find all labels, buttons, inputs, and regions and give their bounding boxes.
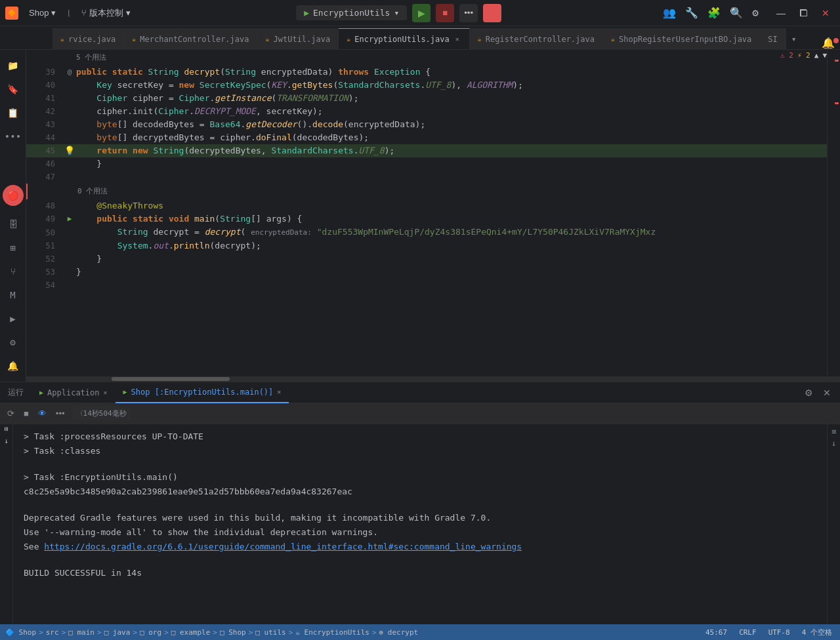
panel-tab-shop-close[interactable]: ✕ bbox=[277, 388, 281, 395]
bc-sep3: > bbox=[97, 628, 102, 637]
run-button[interactable]: ▶ bbox=[412, 4, 430, 22]
sidebar-db-icon[interactable]: 🗄 bbox=[3, 214, 24, 235]
sidebar-bookmark-icon[interactable]: 🔖 bbox=[3, 79, 24, 100]
panel-tab-application-close[interactable]: ✕ bbox=[104, 389, 108, 396]
vcs-chevron: ▾ bbox=[126, 8, 131, 18]
tab-more-button[interactable]: ▾ bbox=[786, 28, 802, 49]
up-arrow[interactable]: ▲ bbox=[814, 51, 819, 60]
gutter-run-49[interactable]: ▶ bbox=[63, 212, 76, 226]
console-more-button[interactable]: ••• bbox=[54, 407, 67, 420]
bc-sep6: > bbox=[213, 628, 217, 637]
stop-indicator[interactable] bbox=[483, 4, 501, 22]
code-44: byte[] decryptedBytes = cipher.doFinal(d… bbox=[76, 131, 369, 144]
bc-java[interactable]: □ java bbox=[104, 628, 131, 637]
bc-shop[interactable]: 🔷 Shop bbox=[5, 628, 36, 637]
maximize-button[interactable]: ⧠ bbox=[794, 4, 812, 22]
notifications-button[interactable]: 🔔 bbox=[816, 37, 840, 49]
tab-more-icon: ▾ bbox=[791, 34, 797, 44]
code-51: System.out.println(decrypt); bbox=[76, 239, 261, 252]
tab-merchant-label: MerchantController.java bbox=[140, 35, 249, 44]
cursor-position[interactable]: 45:67 bbox=[703, 628, 730, 637]
panel-settings-button[interactable]: ⚙ bbox=[801, 385, 816, 401]
panel-tab-application[interactable]: ▶ Application ✕ bbox=[32, 382, 116, 403]
follow-output-button[interactable]: 👁 bbox=[36, 407, 49, 420]
code-line-44: 44 byte[] decryptedBytes = cipher.doFina… bbox=[26, 131, 827, 144]
tab-merchant[interactable]: ☕ MerchantController.java bbox=[124, 28, 257, 49]
sidebar-error-icon[interactable]: 🔴 bbox=[3, 185, 24, 206]
restart-button[interactable]: ⟳ bbox=[5, 407, 16, 420]
panel-close-button[interactable]: ✕ bbox=[819, 385, 835, 401]
down-arrow[interactable]: ▼ bbox=[822, 51, 827, 60]
code-editor[interactable]: 5 个用法 39 @ public static String decrypt(… bbox=[26, 50, 840, 376]
indent[interactable]: 4 个空格 bbox=[799, 628, 835, 637]
tab-shopregister[interactable]: ☕ ShopRegisterUserInputBO.java bbox=[603, 28, 760, 49]
tab-encryption-close[interactable]: ✕ bbox=[453, 34, 461, 44]
run-section-label[interactable]: 运行 bbox=[0, 387, 32, 398]
sidebar-notification-icon[interactable]: 🔔 bbox=[3, 355, 24, 376]
stop-button[interactable]: ■ bbox=[436, 4, 454, 22]
code-48: @SneakyThrows bbox=[76, 199, 163, 212]
sidebar-more-icon[interactable]: ••• bbox=[3, 126, 24, 147]
gradle-docs-link[interactable]: https://docs.gradle.org/6.6.1/userguide/… bbox=[44, 542, 522, 551]
sidebar-terminal-icon[interactable]: ⊞ bbox=[3, 237, 24, 258]
stop-console-button[interactable]: ■ bbox=[22, 407, 31, 420]
shop-menu[interactable]: Shop ▾ bbox=[24, 5, 61, 20]
code-line-49: 49 ▶ public static void main(String[] ar… bbox=[26, 212, 827, 226]
run-config-button[interactable]: ▶ EncryptionUtils ▾ bbox=[296, 5, 407, 20]
status-right: 45:67 CRLF UTF-8 4 个空格 bbox=[703, 628, 835, 637]
plugins-icon[interactable]: 🧩 bbox=[706, 5, 722, 20]
code-41: Cipher cipher = Cipher.getInstance(TRANS… bbox=[76, 92, 359, 105]
line-num-42: 42 bbox=[32, 105, 63, 118]
code-line-39: 39 @ public static String decrypt(String… bbox=[26, 66, 827, 79]
tab-service[interactable]: ☕ rvice.java bbox=[52, 28, 124, 49]
tab-si[interactable]: SI bbox=[760, 28, 786, 49]
console-output[interactable]: > Task :processResources UP-TO-DATE > Ta… bbox=[13, 424, 827, 624]
search-icon[interactable]: 🔍 bbox=[728, 5, 744, 20]
tab-register[interactable]: ☕ RegisterController.java bbox=[470, 28, 603, 49]
line-ending[interactable]: CRLF bbox=[736, 628, 759, 637]
bottom-rs-icon2[interactable]: ↓ bbox=[831, 439, 836, 448]
sidebar-settings-icon[interactable]: ⚙ bbox=[3, 332, 24, 353]
wrench-icon[interactable]: 🔧 bbox=[684, 5, 700, 20]
bc-shop2[interactable]: □ Shop bbox=[220, 628, 246, 637]
close-button[interactable]: ✕ bbox=[816, 4, 835, 22]
sidebar-maven-icon[interactable]: M bbox=[3, 285, 24, 306]
scrollbar-thumb[interactable] bbox=[112, 377, 230, 381]
console-left-icon1[interactable]: ≡ bbox=[2, 427, 10, 431]
sidebar-structure-icon[interactable]: 📋 bbox=[3, 102, 24, 123]
tab-encryption-label: EncryptionUtils.java bbox=[354, 35, 450, 44]
bc-src[interactable]: src bbox=[46, 628, 59, 637]
bc-main[interactable]: □ main bbox=[68, 628, 94, 637]
console-line-warning3: See https://docs.gradle.org/6.6.1/usergu… bbox=[24, 540, 816, 554]
panel-tab-shop[interactable]: ▶ Shop [:EncryptionUtils.main()] ✕ bbox=[116, 382, 289, 403]
console-line-success: BUILD SUCCESSFUL in 14s bbox=[24, 566, 816, 580]
bc-encryption[interactable]: ☕ EncryptionUtils bbox=[295, 628, 369, 637]
bottom-rs-icon1[interactable]: ≡ bbox=[831, 427, 836, 436]
sidebar-project-icon[interactable]: 📁 bbox=[3, 55, 24, 76]
code-content[interactable]: 5 个用法 39 @ public static String decrypt(… bbox=[26, 50, 827, 376]
vcs-menu[interactable]: ⑂ 版本控制 ▾ bbox=[76, 5, 136, 22]
more-button[interactable]: ••• bbox=[459, 4, 478, 22]
bc-sep9: > bbox=[372, 628, 377, 637]
tab-jwtuil[interactable]: ☕ JwtUtil.java bbox=[257, 28, 339, 49]
bc-decrypt[interactable]: ⊕ decrypt bbox=[379, 628, 419, 637]
line-num-47: 47 bbox=[32, 170, 63, 184]
error-count: ⚠ 2 bbox=[780, 51, 793, 60]
tab-encryption[interactable]: ☕ EncryptionUtils.java ✕ bbox=[339, 28, 470, 49]
tab-merchant-icon: ☕ bbox=[132, 35, 136, 43]
console-left-icon2[interactable]: ↓ bbox=[4, 437, 9, 445]
bc-utils[interactable]: □ utils bbox=[255, 628, 285, 637]
sidebar-run-icon[interactable]: ▶ bbox=[3, 308, 24, 329]
horizontal-scrollbar[interactable] bbox=[26, 376, 840, 382]
sidebar-git-icon[interactable]: ⑂ bbox=[3, 261, 24, 282]
encoding[interactable]: UTF-8 bbox=[766, 628, 793, 637]
code-45: return new String(decryptedBytes, Standa… bbox=[76, 144, 394, 157]
settings-icon[interactable]: ⚙ bbox=[751, 5, 760, 20]
bc-example[interactable]: □ example bbox=[171, 628, 211, 637]
minimize-button[interactable]: — bbox=[772, 4, 790, 22]
line-num-46: 46 bbox=[32, 157, 63, 170]
code-line-48: 48 @SneakyThrows bbox=[26, 199, 827, 212]
tab-si-label: SI bbox=[768, 35, 777, 44]
people-icon[interactable]: 👥 bbox=[662, 5, 677, 20]
bc-org[interactable]: □ org bbox=[140, 628, 161, 637]
